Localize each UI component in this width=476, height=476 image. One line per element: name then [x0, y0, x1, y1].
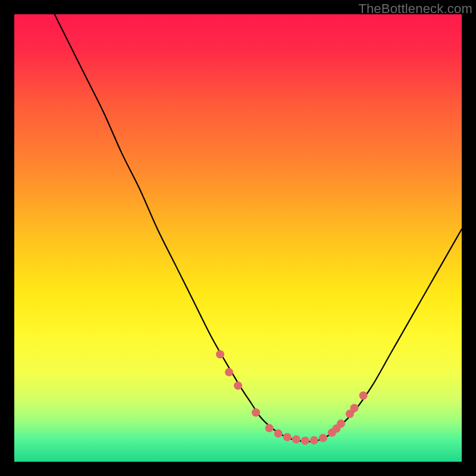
marker-dot [283, 433, 292, 441]
gradient-background [14, 14, 462, 462]
marker-dot [216, 350, 224, 359]
marker-dot [337, 419, 345, 428]
marker-dot [310, 436, 318, 444]
marker-dot [301, 437, 309, 445]
marker-dot [234, 381, 242, 390]
chart-frame [14, 14, 462, 462]
marker-dot [274, 430, 283, 438]
marker-dot [225, 368, 233, 377]
watermark-text: TheBottleneck.com [358, 1, 472, 17]
marker-dot [292, 435, 300, 443]
marker-dot [252, 408, 260, 416]
marker-dot [319, 434, 327, 442]
marker-dot [265, 424, 274, 433]
chart-svg [14, 14, 462, 462]
marker-dot [359, 392, 368, 400]
marker-dot [350, 404, 359, 412]
